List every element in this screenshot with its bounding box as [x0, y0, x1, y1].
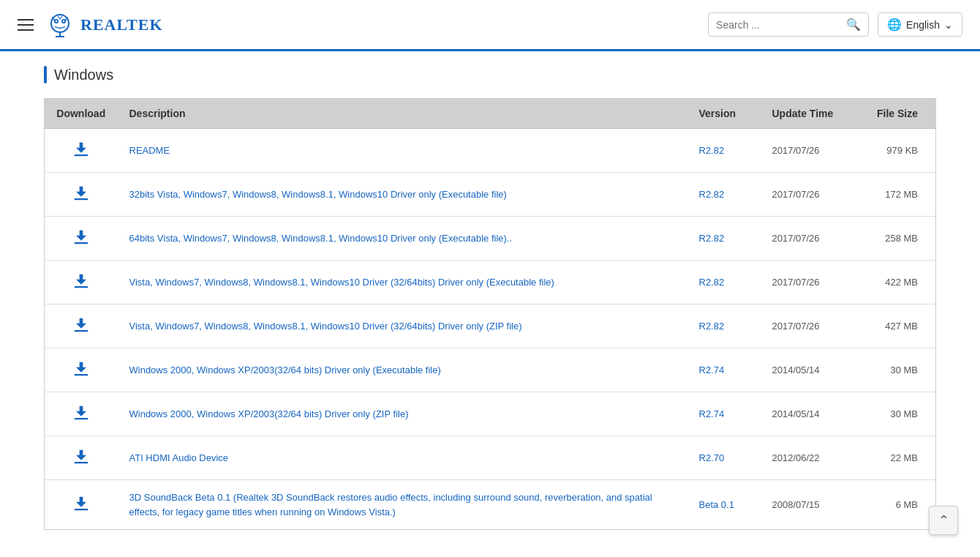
- table-row: Vista, Windows7, Windows8, Windows8.1, W…: [45, 261, 936, 304]
- version-cell: R2.82: [687, 129, 761, 173]
- description-cell[interactable]: Windows 2000, Windows XP/2003(32/64 bits…: [118, 348, 687, 392]
- search-icon[interactable]: 🔍: [846, 18, 861, 31]
- file-size-cell: 422 MB: [856, 261, 936, 304]
- file-size-cell: 30 MB: [856, 392, 936, 436]
- svg-point-4: [63, 20, 64, 21]
- download-cell: [45, 348, 118, 392]
- svg-point-0: [51, 15, 69, 32]
- version-cell: Beta 0.1: [687, 480, 761, 530]
- version-cell: R2.82: [687, 173, 761, 217]
- description-cell[interactable]: 3D SoundBack Beta 0.1 (Realtek 3D SoundB…: [118, 480, 687, 530]
- table-body: READMER2.822017/07/26979 KB 32bits Vista…: [45, 129, 936, 530]
- download-icon[interactable]: [71, 359, 91, 379]
- download-icon[interactable]: [71, 227, 91, 247]
- version-cell: R2.82: [687, 261, 761, 304]
- version-cell: R2.74: [687, 348, 761, 392]
- update-time-cell: 2017/07/26: [761, 261, 856, 304]
- table-row: 3D SoundBack Beta 0.1 (Realtek 3D SoundB…: [45, 480, 936, 530]
- update-time-cell: 2012/06/22: [761, 436, 856, 480]
- description-cell[interactable]: 32bits Vista, Windows7, Windows8, Window…: [118, 173, 687, 217]
- header-left: REALTEK: [18, 10, 163, 40]
- download-cell: [45, 392, 118, 436]
- file-size-cell: 172 MB: [856, 173, 936, 217]
- version-cell: R2.82: [687, 304, 761, 348]
- update-time-cell: 2017/07/26: [761, 129, 856, 173]
- main-content: Windows Download Description Version Upd…: [0, 51, 980, 545]
- table-row: READMER2.822017/07/26979 KB: [45, 129, 936, 173]
- search-input[interactable]: [716, 19, 846, 31]
- update-time-cell: 2014/05/14: [761, 348, 856, 392]
- update-time-cell: 2017/07/26: [761, 173, 856, 217]
- col-header-update-time: Update Time: [761, 99, 856, 129]
- update-time-cell: 2017/07/26: [761, 217, 856, 261]
- file-size-cell: 258 MB: [856, 217, 936, 261]
- description-cell[interactable]: Windows 2000, Windows XP/2003(32/64 bits…: [118, 392, 687, 436]
- file-size-cell: 30 MB: [856, 348, 936, 392]
- description-cell[interactable]: ATI HDMI Audio Device: [118, 436, 687, 480]
- svg-rect-12: [74, 374, 88, 375]
- svg-rect-11: [74, 330, 88, 332]
- table-row: Vista, Windows7, Windows8, Windows8.1, W…: [45, 304, 936, 348]
- download-cell: [45, 304, 118, 348]
- version-cell: R2.74: [687, 392, 761, 436]
- version-cell: R2.82: [687, 217, 761, 261]
- svg-rect-10: [74, 286, 88, 288]
- header: REALTEK 🔍 🌐 English ⌄: [0, 0, 980, 51]
- header-right: 🔍 🌐 English ⌄: [708, 12, 962, 37]
- col-header-download: Download: [45, 99, 118, 129]
- chevron-down-icon: ⌄: [944, 19, 953, 31]
- section-title: Windows: [44, 66, 936, 83]
- logo-icon: [45, 10, 75, 40]
- col-header-file-size: File Size: [856, 99, 936, 129]
- table-row: ATI HDMI Audio DeviceR2.702012/06/2222 M…: [45, 436, 936, 480]
- download-cell: [45, 480, 118, 530]
- svg-rect-14: [74, 462, 88, 463]
- download-cell: [45, 261, 118, 304]
- globe-icon: 🌐: [887, 18, 902, 31]
- update-time-cell: 2017/07/26: [761, 304, 856, 348]
- download-cell: [45, 129, 118, 173]
- download-icon[interactable]: [71, 403, 91, 423]
- download-icon[interactable]: [71, 493, 91, 514]
- table-row: 32bits Vista, Windows7, Windows8, Window…: [45, 173, 936, 217]
- description-cell[interactable]: README: [118, 129, 687, 173]
- description-cell[interactable]: Vista, Windows7, Windows8, Windows8.1, W…: [118, 261, 687, 304]
- svg-rect-8: [74, 198, 88, 200]
- language-selector[interactable]: 🌐 English ⌄: [878, 12, 962, 37]
- table-row: Windows 2000, Windows XP/2003(32/64 bits…: [45, 348, 936, 392]
- hamburger-menu[interactable]: [18, 19, 34, 31]
- table-row: Windows 2000, Windows XP/2003(32/64 bits…: [45, 392, 936, 436]
- col-header-version: Version: [687, 99, 761, 129]
- file-size-cell: 6 MB: [856, 480, 936, 530]
- description-cell[interactable]: 64bits Vista, Windows7, Windows8, Window…: [118, 217, 687, 261]
- download-table: Download Description Version Update Time…: [44, 98, 936, 530]
- language-label: English: [906, 19, 940, 31]
- download-icon[interactable]: [71, 446, 91, 467]
- download-icon[interactable]: [71, 139, 91, 160]
- section-title-bar: [44, 66, 47, 83]
- update-time-cell: 2014/05/14: [761, 392, 856, 436]
- svg-rect-9: [74, 242, 88, 244]
- svg-rect-13: [74, 418, 88, 419]
- section-heading: Windows: [54, 67, 113, 83]
- update-time-cell: 2008/07/15: [761, 480, 856, 530]
- svg-rect-15: [74, 509, 88, 510]
- version-cell: R2.70: [687, 436, 761, 480]
- file-size-cell: 22 MB: [856, 436, 936, 480]
- logo-link[interactable]: REALTEK: [45, 10, 163, 40]
- search-box[interactable]: 🔍: [708, 12, 869, 37]
- table-header: Download Description Version Update Time…: [45, 99, 936, 129]
- download-icon[interactable]: [71, 271, 91, 291]
- description-cell[interactable]: Vista, Windows7, Windows8, Windows8.1, W…: [118, 304, 687, 348]
- download-icon[interactable]: [71, 315, 91, 335]
- download-cell: [45, 436, 118, 480]
- file-size-cell: 427 MB: [856, 304, 936, 348]
- scroll-to-top-button[interactable]: ⌃: [929, 506, 958, 535]
- download-icon[interactable]: [71, 183, 91, 203]
- download-cell: [45, 217, 118, 261]
- svg-point-3: [56, 20, 57, 21]
- col-header-description: Description: [118, 99, 687, 129]
- table-row: 64bits Vista, Windows7, Windows8, Window…: [45, 217, 936, 261]
- file-size-cell: 979 KB: [856, 129, 936, 173]
- svg-rect-7: [74, 154, 88, 156]
